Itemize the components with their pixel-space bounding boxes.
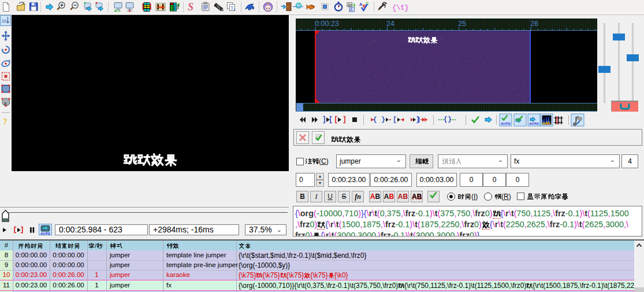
svg-text:An: An — [348, 3, 352, 7]
svg-text:?: ? — [3, 117, 8, 126]
svg-text:{\t}: {\t} — [392, 4, 409, 12]
svg-text:8: 8 — [4, 101, 7, 106]
svg-text:A: A — [350, 8, 353, 12]
svg-text:24: 24 — [386, 20, 394, 28]
svg-text:S: S — [188, 1, 193, 13]
svg-text:10: 10 — [2, 19, 6, 23]
svg-text:T: T — [230, 5, 234, 11]
svg-text:26: 26 — [530, 20, 538, 28]
svg-text:AUTO: AUTO — [501, 122, 511, 125]
svg-text:25: 25 — [458, 20, 466, 28]
svg-text:AUTO: AUTO — [529, 122, 539, 125]
svg-text:AUTO: AUTO — [40, 232, 50, 235]
svg-text:0:00:23: 0:00:23 — [315, 20, 339, 28]
